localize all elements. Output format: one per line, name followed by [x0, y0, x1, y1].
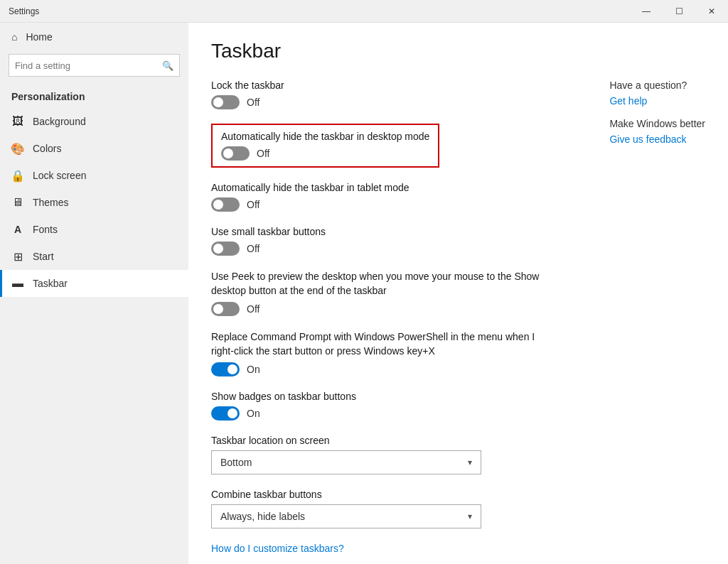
setting-small-buttons: Use small taskbar buttons Off	[211, 226, 705, 256]
toggle-label: On	[247, 364, 260, 375]
setting-label: Replace Command Prompt with Windows Powe…	[211, 330, 552, 358]
setting-peek: Use Peek to preview the desktop when you…	[211, 270, 705, 316]
toggle-label: Off	[247, 303, 259, 315]
sidebar-item-label: Colors	[33, 143, 61, 154]
sidebar-item-lock-screen[interactable]: 🔒 Lock screen	[0, 162, 188, 189]
sidebar-item-label: Fonts	[33, 224, 58, 235]
customize-taskbars-link[interactable]: How do I customize taskbars?	[211, 543, 344, 554]
sidebar-item-label: Taskbar	[33, 278, 68, 289]
help-question: Have a question?	[609, 80, 705, 91]
minimize-button[interactable]: —	[630, 0, 663, 23]
close-button[interactable]: ✕	[695, 0, 728, 23]
page-title: Taskbar	[211, 40, 705, 63]
auto-hide-desktop-toggle[interactable]	[221, 146, 250, 161]
setting-label: Use Peek to preview the desktop when you…	[211, 270, 552, 298]
titlebar: Settings — ☐ ✕	[0, 0, 728, 23]
toggle-label: Off	[257, 148, 269, 159]
feedback-link[interactable]: Give us feedback	[609, 134, 705, 145]
toggle-label: Off	[247, 199, 259, 210]
lock-taskbar-toggle[interactable]	[211, 95, 240, 109]
combine-buttons-dropdown[interactable]: Always, hide labels ▾	[211, 504, 481, 528]
make-windows-label: Make Windows better	[609, 118, 705, 129]
titlebar-title: Settings	[9, 6, 39, 16]
sidebar-item-label: Start	[33, 251, 54, 262]
fonts-icon: A	[11, 223, 24, 236]
setting-combine-buttons: Combine taskbar buttons Always, hide lab…	[211, 489, 705, 528]
toggle-row: Off	[211, 302, 705, 316]
home-icon: ⌂	[11, 31, 17, 43]
chevron-down-icon: ▾	[468, 457, 472, 467]
taskbar-location-dropdown[interactable]: Bottom ▾	[211, 450, 481, 474]
setting-label: Automatically hide the taskbar in tablet…	[211, 182, 705, 193]
colors-icon: 🎨	[11, 142, 24, 155]
search-box[interactable]: 🔍	[9, 54, 180, 77]
toggle-label: Off	[247, 97, 259, 108]
taskbar-location-label: Taskbar location on screen	[211, 435, 705, 446]
get-help-link[interactable]: Get help	[609, 95, 705, 107]
combine-buttons-value: Always, hide labels	[220, 511, 305, 522]
small-buttons-toggle[interactable]	[211, 242, 240, 256]
sidebar-item-colors[interactable]: 🎨 Colors	[0, 135, 188, 162]
toggle-row: On	[211, 406, 705, 421]
setting-replace-cmd: Replace Command Prompt with Windows Powe…	[211, 330, 705, 376]
sidebar-home-label: Home	[26, 31, 52, 43]
sidebar: ⌂ Home 🔍 Personalization 🖼 Background 🎨 …	[0, 23, 188, 564]
lock-icon: 🔒	[11, 169, 24, 182]
combine-buttons-label: Combine taskbar buttons	[211, 489, 705, 500]
customize-link-block: How do I customize taskbars?	[211, 543, 705, 554]
sidebar-item-label: Lock screen	[33, 170, 86, 181]
peek-toggle[interactable]	[211, 302, 240, 316]
sidebar-item-background[interactable]: 🖼 Background	[0, 108, 188, 135]
toggle-row: Off	[211, 197, 705, 212]
search-icon: 🔍	[162, 60, 173, 71]
content-area: Taskbar Have a question? Get help Make W…	[188, 23, 728, 564]
setting-auto-hide-tablet: Automatically hide the taskbar in tablet…	[211, 182, 705, 212]
toggle-row: Off	[221, 146, 429, 161]
themes-icon: 🖥	[11, 196, 24, 209]
setting-badges: Show badges on taskbar buttons On	[211, 391, 705, 421]
toggle-row: Off	[211, 242, 705, 256]
toggle-label: On	[247, 408, 260, 419]
setting-label: Automatically hide the taskbar in deskto…	[221, 131, 429, 142]
replace-cmd-toggle[interactable]	[211, 362, 240, 376]
maximize-button[interactable]: ☐	[663, 0, 695, 23]
sidebar-item-fonts[interactable]: A Fonts	[0, 216, 188, 243]
badges-toggle[interactable]	[211, 406, 240, 421]
help-panel: Have a question? Get help Make Windows b…	[609, 80, 705, 156]
sidebar-item-themes[interactable]: 🖥 Themes	[0, 189, 188, 216]
app-body: ⌂ Home 🔍 Personalization 🖼 Background 🎨 …	[0, 23, 728, 564]
background-icon: 🖼	[11, 115, 24, 128]
setting-taskbar-location: Taskbar location on screen Bottom ▾	[211, 435, 705, 474]
sidebar-item-home[interactable]: ⌂ Home	[0, 23, 188, 51]
sidebar-item-taskbar[interactable]: ▬ Taskbar	[0, 270, 188, 297]
toggle-label: Off	[247, 243, 259, 254]
setting-label: Show badges on taskbar buttons	[211, 391, 705, 402]
sidebar-item-label: Themes	[33, 197, 69, 208]
highlighted-auto-hide-desktop: Automatically hide the taskbar in deskto…	[211, 124, 439, 168]
search-input[interactable]	[15, 60, 162, 71]
sidebar-section-label: Personalization	[0, 85, 188, 108]
taskbar-icon: ▬	[11, 277, 24, 290]
setting-label: Use small taskbar buttons	[211, 226, 705, 237]
chevron-down-icon: ▾	[468, 511, 472, 521]
start-icon: ⊞	[11, 250, 24, 263]
taskbar-location-value: Bottom	[220, 457, 252, 468]
auto-hide-tablet-toggle[interactable]	[211, 197, 240, 212]
sidebar-item-start[interactable]: ⊞ Start	[0, 243, 188, 270]
toggle-row: On	[211, 362, 705, 376]
titlebar-controls: — ☐ ✕	[630, 0, 728, 23]
sidebar-item-label: Background	[33, 116, 86, 127]
